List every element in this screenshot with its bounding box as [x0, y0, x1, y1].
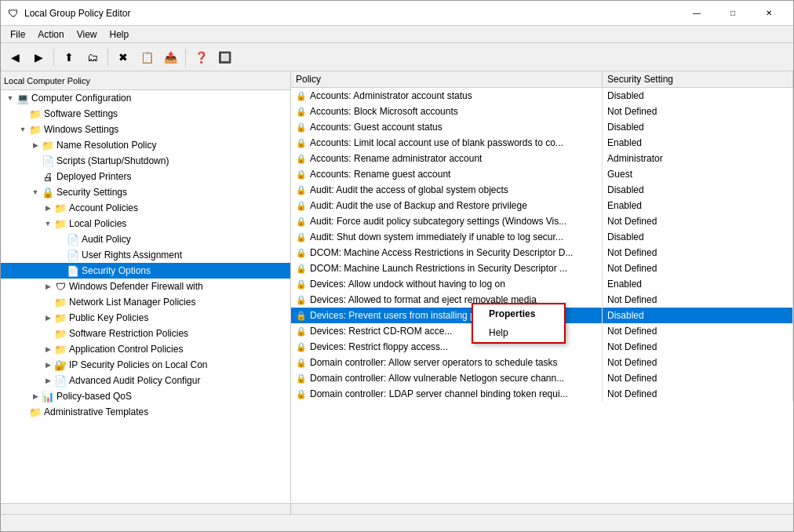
- tree-node-windows-defender[interactable]: ▶🛡Windows Defender Firewall with: [1, 279, 290, 294]
- tree-icon-public-key: 📁: [54, 312, 67, 324]
- tree-node-user-rights[interactable]: 📄User Rights Assignment: [1, 247, 290, 263]
- help-button[interactable]: ❓: [190, 46, 212, 68]
- tree-label-advanced-audit: Advanced Audit Policy Configur: [69, 375, 200, 386]
- table-row[interactable]: 🔒Audit: Force audit policy subcategory s…: [291, 213, 793, 229]
- properties-button[interactable]: 📋: [136, 46, 158, 68]
- up-button[interactable]: ⬆: [58, 46, 80, 68]
- table-row[interactable]: 🔒Audit: Audit the access of global syste…: [291, 182, 793, 198]
- tree-node-windows-settings[interactable]: ▼📁Windows Settings: [1, 122, 290, 137]
- menu-file[interactable]: File: [4, 27, 31, 42]
- table-row[interactable]: 🔒Domain controller: Allow vulnerable Net…: [291, 370, 793, 386]
- table-row[interactable]: 🔒Devices: Allow undock without having to…: [291, 276, 793, 292]
- expand-icon-security-settings[interactable]: ▼: [29, 186, 42, 199]
- expand-icon-security-options[interactable]: [54, 264, 67, 277]
- expand-icon-account-policies[interactable]: ▶: [42, 202, 54, 214]
- tree-node-ip-security[interactable]: ▶🔐IP Security Policies on Local Con: [1, 357, 290, 373]
- minimize-button[interactable]: —: [679, 1, 715, 26]
- close-button[interactable]: ✕: [751, 1, 787, 26]
- content-scroll[interactable]: Policy Security Setting 🔒Accounts: Admin…: [291, 71, 793, 503]
- expand-icon-policy-qos[interactable]: ▶: [29, 390, 42, 403]
- expand-icon-applocker[interactable]: ▶: [42, 343, 54, 355]
- expand-icon-advanced-audit[interactable]: ▶: [42, 374, 54, 387]
- expand-icon-windows-settings[interactable]: ▼: [16, 123, 29, 136]
- tree-icon-security-settings: 🔒: [42, 186, 54, 199]
- tree-node-applocker[interactable]: ▶📁Application Control Policies: [1, 341, 290, 357]
- tree-icon-local-policies: 📁: [54, 217, 67, 230]
- export-button[interactable]: 📤: [159, 46, 181, 68]
- tree-node-network-list[interactable]: 📁Network List Manager Policies: [1, 294, 290, 310]
- table-row[interactable]: 🔒DCOM: Machine Access Restrictions in Se…: [291, 245, 793, 261]
- tree-node-security-settings[interactable]: ▼🔒Security Settings: [1, 184, 290, 200]
- tree-label-network-list: Network List Manager Policies: [69, 297, 195, 308]
- expand-icon-computer-config[interactable]: ▼: [4, 92, 16, 104]
- bottom-scrollbar: [1, 503, 793, 514]
- tree-node-public-key[interactable]: ▶📁Public Key Policies: [1, 310, 290, 326]
- setting-cell: Disabled: [602, 119, 792, 135]
- expand-icon-public-key[interactable]: ▶: [42, 312, 54, 324]
- tree-node-security-options[interactable]: 📄Security Options: [1, 263, 290, 279]
- table-row[interactable]: 🔒Accounts: Administrator account statusD…: [291, 88, 793, 104]
- tree-node-admin-templates[interactable]: 📁Administrative Templates: [1, 404, 290, 420]
- expand-icon-scripts[interactable]: [29, 155, 42, 167]
- table-row[interactable]: 🔒Accounts: Guest account statusDisabled: [291, 119, 793, 135]
- view-button[interactable]: 🔲: [213, 46, 235, 68]
- menu-view[interactable]: View: [71, 27, 104, 42]
- tree-hscroll[interactable]: [1, 504, 291, 514]
- table-row[interactable]: 🔒Accounts: Rename administrator accountA…: [291, 151, 793, 166]
- context-menu-help[interactable]: Help: [473, 323, 564, 342]
- setting-cell: Enabled: [602, 135, 792, 151]
- delete-button[interactable]: ✖: [112, 46, 134, 68]
- back-button[interactable]: ◀: [4, 46, 26, 68]
- tree-node-deployed-printers[interactable]: 🖨Deployed Printers: [1, 169, 290, 184]
- table-row[interactable]: 🔒Accounts: Block Microsoft accountsNot D…: [291, 104, 793, 119]
- expand-icon-network-list[interactable]: [42, 296, 54, 308]
- tree-node-audit-policy[interactable]: 📄Audit Policy: [1, 231, 290, 247]
- app-icon: 🛡: [7, 7, 20, 20]
- tree-node-software-settings[interactable]: 📁Software Settings: [1, 106, 290, 122]
- policy-cell: 🔒Audit: Audit the use of Backup and Rest…: [291, 198, 602, 213]
- table-row[interactable]: 🔒Audit: Shut down system immediately if …: [291, 229, 793, 245]
- tree-icon-applocker: 📁: [54, 343, 67, 355]
- menu-help[interactable]: Help: [104, 27, 136, 42]
- tree-label-ip-security: IP Security Policies on Local Con: [69, 359, 208, 370]
- col-header-setting: Security Setting: [602, 71, 792, 88]
- expand-icon-name-resolution[interactable]: ▶: [29, 139, 42, 151]
- expand-icon-software-restriction[interactable]: [42, 327, 54, 340]
- tree-node-software-restriction[interactable]: 📁Software Restriction Policies: [1, 326, 290, 341]
- tree-node-policy-qos[interactable]: ▶📊Policy-based QoS: [1, 388, 290, 404]
- tree-icon-security-options: 📄: [67, 264, 79, 277]
- expand-icon-windows-defender[interactable]: ▶: [42, 280, 54, 293]
- tree-icon-account-policies: 📁: [54, 202, 67, 214]
- tree-label-windows-settings: Windows Settings: [44, 124, 118, 135]
- table-row[interactable]: 🔒Domain controller: Allow server operato…: [291, 355, 793, 370]
- toolbar: ◀ ▶ ⬆ 🗂 ✖ 📋 📤 ❓ 🔲: [1, 43, 793, 71]
- table-row[interactable]: 🔒Accounts: Rename guest accountGuest: [291, 166, 793, 182]
- menu-action[interactable]: Action: [31, 27, 70, 42]
- expand-icon-admin-templates[interactable]: [16, 406, 29, 418]
- expand-icon-local-policies[interactable]: ▼: [42, 217, 54, 230]
- tree-node-computer-config[interactable]: ▼💻Computer Configuration: [1, 90, 290, 106]
- tree-node-account-policies[interactable]: ▶📁Account Policies: [1, 200, 290, 216]
- tree-label-public-key: Public Key Policies: [69, 312, 148, 323]
- content-hscroll[interactable]: [291, 504, 793, 514]
- expand-icon-audit-policy[interactable]: [54, 233, 67, 246]
- tree-node-scripts[interactable]: 📄Scripts (Startup/Shutdown): [1, 153, 290, 169]
- table-row[interactable]: 🔒Domain controller: LDAP server channel …: [291, 386, 793, 402]
- expand-icon-deployed-printers[interactable]: [29, 170, 42, 183]
- table-row[interactable]: 🔒Audit: Audit the use of Backup and Rest…: [291, 198, 793, 213]
- tree-node-advanced-audit[interactable]: ▶📄Advanced Audit Policy Configur: [1, 373, 290, 388]
- policy-cell: 🔒Accounts: Rename guest account: [291, 166, 602, 182]
- table-row[interactable]: 🔒DCOM: Machine Launch Restrictions in Se…: [291, 261, 793, 276]
- tree-icon-audit-policy: 📄: [67, 233, 79, 246]
- tree-node-name-resolution[interactable]: ▶📁Name Resolution Policy: [1, 137, 290, 153]
- expand-icon-software-settings[interactable]: [16, 107, 29, 120]
- table-row[interactable]: 🔒Accounts: Limit local account use of bl…: [291, 135, 793, 151]
- expand-icon-ip-security[interactable]: ▶: [42, 359, 54, 371]
- show-hide-button[interactable]: 🗂: [82, 46, 104, 68]
- context-menu-properties[interactable]: Properties: [473, 304, 564, 323]
- maximize-button[interactable]: □: [715, 1, 751, 26]
- tree-node-local-policies[interactable]: ▼📁Local Policies: [1, 216, 290, 231]
- expand-icon-user-rights[interactable]: [54, 249, 67, 261]
- forward-button[interactable]: ▶: [27, 46, 49, 68]
- tree-scroll[interactable]: ▼💻Computer Configuration📁Software Settin…: [1, 90, 290, 503]
